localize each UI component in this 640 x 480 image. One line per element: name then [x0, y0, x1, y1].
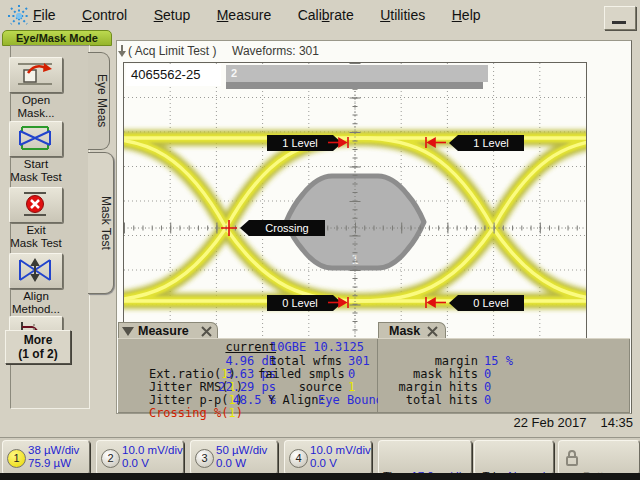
crossing-callout: Crossing [240, 220, 325, 236]
exit-mask-test-button[interactable] [9, 187, 63, 223]
mask-row-label: total hits [398, 394, 478, 407]
exit-mask-test-label: ExitMask Test [0, 224, 72, 250]
menu-measure[interactable]: Measure [217, 0, 271, 23]
channel-3-button[interactable]: 3 50 µW/div0.0 W [190, 440, 278, 475]
arrow-right-to-bar-icon [327, 136, 351, 149]
mask-panel-tab: Mask [378, 322, 446, 339]
y-align-value: Eye Bound [318, 394, 383, 407]
open-mask-label: OpenMask... [0, 94, 72, 120]
time-label: 14:35 [600, 415, 633, 430]
close-icon[interactable] [201, 326, 212, 337]
memory-bar: 2 [226, 65, 488, 82]
more-pages-button[interactable]: More(1 of 2) [5, 330, 71, 364]
mask-id: 4065562-25 [126, 64, 221, 86]
open-mask-button[interactable] [9, 57, 63, 93]
acq-limit-status: ( Acq Limit Test ) [128, 44, 216, 58]
align-method-icon [10, 254, 60, 286]
memory-bar-fill [226, 82, 483, 89]
mask-row-value: 0 [484, 394, 491, 407]
mode-tab-eye-mask[interactable]: Eye/Mask Mode [2, 30, 112, 46]
channel-2-button[interactable]: 2 10.0 mV/div0.0 V [96, 440, 184, 475]
collapse-triangle-icon[interactable] [122, 327, 134, 336]
minimize-icon [612, 21, 626, 24]
channel-1-badge: 1 [7, 449, 26, 468]
menu-setup[interactable]: Setup [154, 0, 191, 23]
pattern-lock-button[interactable]: Pattern Lock [558, 440, 640, 475]
mask-panel: margin 15 % mask hits 0 margin hits 0 to… [378, 338, 630, 413]
crossing-marker-icon [220, 219, 238, 237]
one-level-right-callout: 1 Level [449, 135, 524, 151]
measure-panel-title: Measure [138, 324, 189, 338]
start-mask-test-button[interactable] [9, 121, 63, 157]
close-icon[interactable] [427, 326, 438, 337]
trigger-button[interactable]: Trig: Normal -2 mV [474, 440, 554, 475]
exit-mask-test-icon [10, 188, 60, 220]
channel-4-button[interactable]: 4 10.0 mV/div0.0 V [284, 440, 372, 475]
mask-panel-title: Mask [389, 324, 420, 338]
menu-calibrate[interactable]: Calibrate [298, 0, 354, 23]
tab-eye-meas[interactable]: Eye Meas [88, 52, 110, 150]
menu-control[interactable]: Control [82, 0, 127, 23]
bottom-edge [0, 473, 640, 480]
measure-panel-tab: Measure [118, 322, 218, 339]
datetime: 22 Feb 201714:35 [420, 415, 633, 430]
measure-panel: current Ext.ratio(1) 4.96 dB Jitter RMS(… [118, 338, 378, 413]
scroll-down-icon[interactable] [117, 45, 127, 58]
channel-2-badge: 2 [101, 449, 120, 468]
menu-file[interactable]: File [33, 0, 56, 23]
channel-4-badge: 4 [289, 449, 308, 468]
minimize-button[interactable] [604, 6, 636, 30]
waveform-count: Waveforms: 301 [232, 44, 319, 58]
menu-utilities[interactable]: Utilities [380, 0, 425, 23]
mask-name: 10GBE 10.3125 [270, 341, 364, 354]
start-mask-test-label: StartMask Test [0, 158, 72, 184]
arrow-left-to-bar-icon [423, 296, 447, 309]
align-method-button[interactable] [9, 253, 63, 289]
padlock-icon [565, 450, 579, 466]
app-window: { "colors": { "value_blue": "#2a2ad8", "… [0, 0, 640, 480]
align-method-label: AlignMethod... [0, 290, 72, 316]
menu-bar: File Control Setup Measure Calibrate Uti… [0, 0, 640, 30]
agilent-logo-icon [6, 3, 32, 29]
channel-1-button[interactable]: 1 38 µW/div75.9 µW [2, 440, 90, 475]
channel-3-badge: 3 [195, 449, 214, 468]
measure-row-label-crossing: Crossing %(1) [120, 394, 210, 433]
measure-row-value: 48.5 % [212, 394, 276, 407]
zero-level-right-callout: 0 Level [449, 295, 524, 311]
col-header-current: current [212, 341, 276, 354]
menu-help[interactable]: Help [452, 0, 481, 23]
start-mask-test-icon [10, 122, 60, 154]
tab-mask-test[interactable]: Mask Test [88, 152, 114, 294]
waveform-display[interactable]: 1 2 4065562-25 1 Level 1 Level 0 Level [123, 62, 587, 340]
timebase-button[interactable]: Time:17.0 ps/div Delay:24.0291 ns [378, 440, 472, 475]
date-label: 22 Feb 2017 [513, 415, 586, 430]
open-mask-icon [10, 58, 60, 90]
arrow-right-to-bar-icon [327, 296, 351, 309]
arrow-left-to-bar-icon [423, 136, 447, 149]
